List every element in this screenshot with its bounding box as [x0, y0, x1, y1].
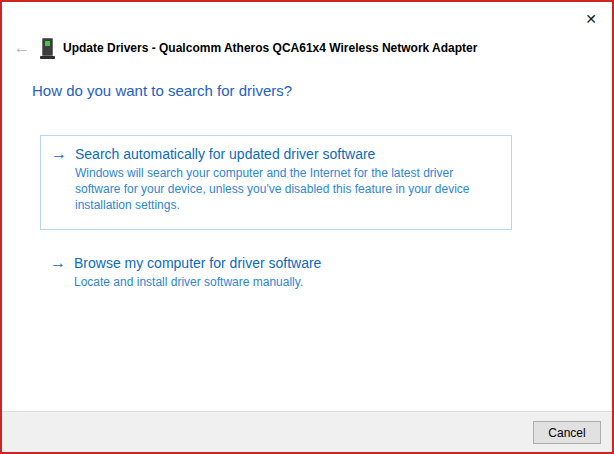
dialog-header: ← Update Drivers - Qualcomm Atheros QCA6… — [10, 36, 477, 60]
arrow-right-icon: → — [51, 144, 75, 164]
device-driver-icon-led — [45, 41, 50, 46]
option-search-automatically[interactable]: → Search automatically for updated drive… — [40, 135, 512, 230]
page-title: How do you want to search for drivers? — [32, 82, 292, 99]
option-browse-computer-description: Locate and install driver software manua… — [74, 274, 502, 290]
option-browse-computer[interactable]: → Browse my computer for driver software… — [40, 245, 512, 298]
cancel-button[interactable]: Cancel — [533, 421, 601, 444]
arrow-right-icon: → — [50, 253, 74, 273]
window-title: Update Drivers - Qualcomm Atheros QCA61x… — [63, 41, 477, 55]
option-search-automatically-title: Search automatically for updated driver … — [75, 144, 501, 164]
dialog-footer: Cancel — [2, 411, 612, 452]
close-icon[interactable]: ✕ — [580, 8, 602, 30]
device-driver-icon-base — [40, 56, 55, 59]
option-browse-computer-title: Browse my computer for driver software — [74, 253, 502, 273]
back-arrow-icon[interactable]: ← — [10, 38, 34, 58]
option-search-automatically-description: Windows will search your computer and th… — [75, 165, 501, 213]
update-drivers-dialog: ✕ ← Update Drivers - Qualcomm Atheros QC… — [0, 0, 614, 454]
device-driver-icon — [40, 38, 55, 59]
